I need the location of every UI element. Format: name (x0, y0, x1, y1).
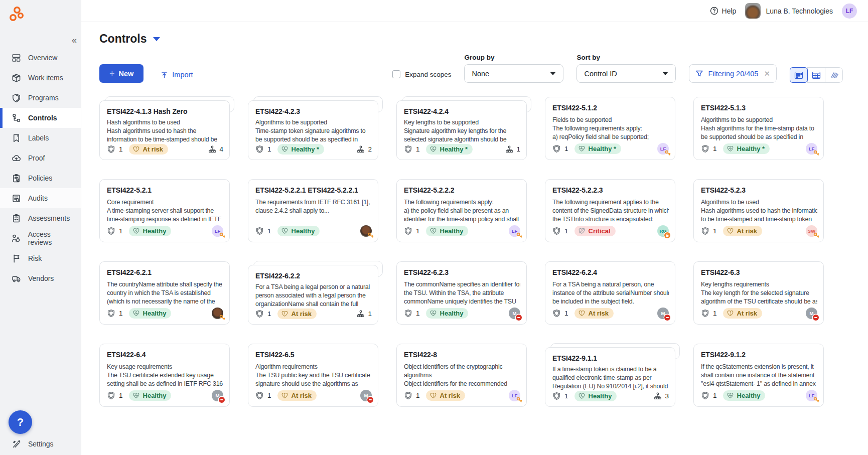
control-card[interactable]: ETSI422-6.2.2For a TSA being a legal per… (248, 265, 378, 325)
view-board-button[interactable] (790, 67, 808, 83)
control-card[interactable]: ETSI422-5.2.1Core requirementA time-stam… (99, 179, 230, 242)
control-card[interactable]: ETSI422-6.3Key lengths requirementsThe k… (693, 261, 824, 325)
assignee-avatar[interactable]: M (360, 390, 372, 401)
card-assignment (212, 308, 223, 319)
scope-tree-icon (208, 145, 216, 154)
assignee-avatar[interactable]: M (806, 308, 817, 319)
import-upload-icon (161, 71, 168, 79)
scope-count-value: 1 (119, 392, 123, 399)
sidebar-collapse-icon[interactable]: « (72, 35, 77, 46)
page-title: Controls (99, 32, 147, 46)
control-card-description-line: Hash algorithms for the time-stamp data … (701, 124, 817, 133)
expand-scopes-checkbox[interactable] (392, 70, 400, 78)
blocked-overlay-icon (516, 315, 522, 321)
sidebar-item-programs[interactable]: Programs (0, 88, 81, 108)
control-card-description: Algorithm requirementsThe TSU public key… (255, 363, 372, 388)
new-button[interactable]: + New (99, 64, 143, 83)
risk-icon (11, 253, 21, 263)
policies-icon (11, 173, 21, 183)
control-card[interactable]: ETSI422-6.4Key usage requirementsThe TSU… (99, 344, 230, 407)
control-card[interactable]: ETSI422-6.2.1The countryName attribute s… (99, 261, 230, 325)
card-assignment: M (360, 390, 372, 401)
sidebar-item-assessments[interactable]: Assessments (0, 208, 81, 228)
group-by-select[interactable]: None (464, 64, 563, 83)
sidebar-item-controls[interactable]: Controls (0, 108, 81, 128)
control-card-title: ETSI422-5.1.2 (552, 104, 669, 112)
import-button[interactable]: Import (161, 71, 193, 79)
help-menu[interactable]: Help (710, 7, 737, 15)
sidebar-item-access-reviews[interactable]: Access reviews (0, 228, 81, 248)
filter-chip[interactable]: Filtering 20/405 ✕ (689, 64, 777, 83)
help-fab-button[interactable]: ? (9, 410, 32, 434)
control-card[interactable]: ETSI422-5.2.3Algorithms to be usedHash a… (693, 179, 824, 242)
sidebar-item-proof[interactable]: Proof (0, 148, 81, 168)
expand-scopes-toggle[interactable]: Expand scopes (392, 70, 451, 78)
sidebar-item-work-items[interactable]: Work items (0, 68, 81, 88)
sidebar-item-settings[interactable]: Settings (0, 434, 81, 454)
control-card[interactable]: ETSI422-4.1.3 Hash ZeroHash algorithms t… (99, 100, 230, 160)
assignee-avatar[interactable]: SW (806, 225, 817, 237)
sidebar-item-audits[interactable]: Audits (0, 188, 81, 208)
assignee-avatar[interactable]: M (657, 308, 669, 319)
assignee-avatar[interactable]: LF (657, 143, 669, 155)
assignee-avatar[interactable]: M (212, 390, 223, 401)
control-card[interactable]: ETSI422-5.2.2.2The following requirement… (396, 179, 527, 242)
scope-count-value: 1 (564, 392, 568, 400)
sort-by-select[interactable]: Control ID (576, 64, 676, 83)
control-card[interactable]: ETSI422-4.2.4Key lengths to be supported… (396, 100, 527, 160)
control-card[interactable]: ETSI422-6.5Algorithm requirementsThe TSU… (248, 344, 378, 407)
view-stripes-button[interactable] (825, 67, 843, 83)
control-card[interactable]: ETSI422-5.2.2.3The following requirement… (545, 179, 675, 242)
control-card-description-line: shall contain one instance of the statem… (701, 371, 817, 380)
assignee-avatar[interactable] (360, 225, 372, 237)
assignee-avatar[interactable]: LF (509, 225, 520, 237)
health-status-label: Healthy (143, 392, 167, 399)
control-card[interactable]: ETSI422-4.2.3Algorithms to be supportedT… (248, 100, 378, 160)
sidebar-item-overview[interactable]: Overview (0, 48, 81, 68)
assignee-avatar[interactable] (212, 308, 223, 319)
assignee-avatar[interactable]: LF (806, 390, 817, 401)
scope-count-value: 1 (564, 310, 568, 317)
control-card-description: Algorithms to be usedHash algorithms use… (701, 198, 817, 224)
assignee-avatar[interactable]: LF (806, 143, 817, 155)
sidebar-item-policies[interactable]: Policies (0, 168, 81, 188)
title-caret-down-icon[interactable] (153, 37, 160, 41)
control-card[interactable]: ETSI422-8Object identifiers of the crypt… (396, 344, 527, 407)
card-assignment: LF (806, 143, 817, 155)
sidebar-item-risk[interactable]: Risk (0, 248, 81, 268)
control-card-description-line: If a time-stamp token is claimed to be a (552, 365, 669, 374)
scope-count: 1 (701, 391, 717, 400)
heart-pulse-icon (429, 227, 437, 235)
org-switcher[interactable]: Luna B. Technologies (745, 3, 833, 19)
control-card-description-line: Algorithms to be used (701, 198, 817, 207)
assignee-avatar[interactable]: LF (212, 225, 223, 237)
control-card[interactable]: ETSI422-5.2.2.1 ETSI422-5.2.2.1The requi… (248, 179, 378, 242)
shield-icon (404, 391, 412, 400)
labels-icon (11, 133, 21, 143)
control-card[interactable]: ETSI422-9.1.1If a time-stamp token is cl… (545, 347, 675, 407)
sidebar-item-label: Audits (28, 194, 48, 202)
clear-filter-icon[interactable]: ✕ (763, 69, 770, 78)
assignee-avatar[interactable]: M (509, 308, 520, 319)
control-card-footer: 1Healthy (255, 225, 372, 237)
health-status-badge: At risk (129, 144, 168, 155)
control-card[interactable]: ETSI422-5.1.2Fields to be supportedThe f… (545, 97, 675, 160)
assignee-avatar[interactable]: RG (657, 225, 669, 237)
scope-count-value: 1 (713, 392, 717, 399)
control-card-description-line: a) the policy field shall be present as … (404, 207, 520, 215)
control-card[interactable]: ETSI422-5.1.3Algorithms to be supportedH… (693, 97, 824, 160)
control-card[interactable]: ETSI422-6.2.4For a TSA being a natural p… (545, 261, 675, 325)
assignee-avatar[interactable]: LF (509, 390, 520, 401)
view-table-button[interactable] (807, 67, 825, 83)
control-card-description-line: commonName uniquely identifies the TSU (404, 297, 520, 306)
scope-count-value: 1 (564, 145, 568, 153)
card-assignment: LF (509, 225, 520, 237)
plus-icon: + (109, 69, 115, 78)
sidebar-item-labels[interactable]: Labels (0, 128, 81, 148)
sidebar-item-vendors[interactable]: Vendors (0, 268, 81, 288)
scope-count: 1 (107, 391, 123, 400)
control-card[interactable]: ETSI422-6.2.3The commonName specifies an… (396, 261, 527, 325)
control-card[interactable]: ETSI422-9.1.2If the qcStatements extensi… (693, 344, 824, 407)
user-avatar[interactable]: LF (842, 4, 857, 19)
card-assignment: LF (657, 143, 669, 155)
